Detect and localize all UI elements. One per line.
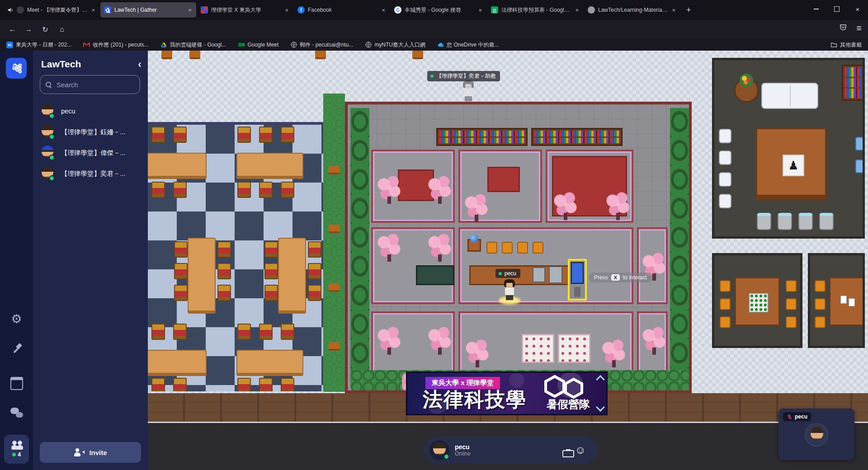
self-name: pecu	[455, 444, 471, 451]
tab-close-icon[interactable]: ×	[574, 7, 580, 14]
bookmark-label: 東吳大學 - 日曆 - 202...	[16, 41, 71, 49]
window-maximize-button[interactable]	[826, 0, 847, 18]
table	[829, 277, 865, 326]
other-bookmarks-button[interactable]: 其他書籤	[830, 41, 862, 49]
bookmark-ntu-mail[interactable]: 郵件 - pecutsai@ntu...	[290, 41, 353, 49]
tab-audio-icon[interactable]	[7, 7, 14, 13]
back-button[interactable]: ←	[5, 23, 19, 36]
cherry-blossom-tree	[376, 175, 403, 202]
tab-meet[interactable]: Meet - 【理律夏令營】線上會... ×	[4, 2, 99, 18]
participant-row[interactable]: 【理律學堂】奕君－...	[40, 164, 126, 183]
menu-icon[interactable]: ≡	[856, 23, 862, 33]
flower-vase	[740, 74, 753, 87]
google-calendar-icon: 31	[6, 42, 13, 48]
sofa	[761, 83, 818, 109]
scroll-up-icon[interactable]	[596, 375, 605, 384]
calendar-icon	[10, 377, 23, 390]
tab-facebook[interactable]: f Facebook ×	[294, 2, 390, 18]
potted-plant	[329, 342, 340, 351]
tab-close-icon[interactable]: ×	[671, 7, 676, 14]
participant-name: 【理律學堂】奕君－...	[61, 169, 126, 178]
x-key-badge: X	[611, 274, 620, 281]
participant-row[interactable]: 【理律學堂】偉傑－...	[40, 144, 126, 162]
search-box[interactable]	[40, 75, 140, 94]
participant-row[interactable]: 【理律學堂】鈺姍－...	[40, 123, 126, 141]
checkers-board[interactable]	[749, 293, 769, 313]
window-close-button[interactable]: ×	[847, 0, 868, 18]
search-input[interactable]	[56, 80, 130, 89]
build-button[interactable]	[0, 343, 33, 355]
camp-banner[interactable]: 東吳大學 x 理律學堂 法律科技學 暑假營隊	[406, 371, 608, 415]
bookmark-gmail[interactable]: 收件匣 (201) - pecuts...	[83, 41, 148, 49]
cherry-blossom-tree	[376, 233, 403, 260]
cherry-blossom-tree	[604, 191, 632, 218]
reload-button[interactable]: ↻	[38, 23, 52, 36]
self-avatar[interactable]	[429, 440, 449, 460]
chair	[533, 242, 543, 254]
self-video-tile[interactable]: pecu	[778, 409, 854, 460]
room	[546, 150, 633, 223]
player-nameplate: pecu	[495, 269, 520, 278]
chair	[217, 241, 231, 258]
floral-rug	[558, 334, 590, 363]
tab-google-search[interactable]: G 丰城秀景 - Google 搜尋 ×	[391, 2, 486, 18]
tab-lawtech-gather[interactable]: LawTech | Gather ×	[100, 2, 196, 18]
settings-button[interactable]: ⚙	[0, 312, 33, 326]
online-dot	[12, 453, 16, 456]
bookmark-myntu[interactable]: myNTU臺大人入口網	[365, 41, 425, 49]
participant-row[interactable]: pecu	[40, 102, 75, 120]
github-favicon	[588, 6, 595, 14]
bookmarks-bar: 31東吳大學 - 日曆 - 202... 收件匣 (201) - pecuts.…	[0, 39, 868, 51]
tab-close-icon[interactable]: ×	[187, 7, 193, 14]
online-dot	[430, 75, 434, 78]
bookmark-onedrive[interactable]: 您 OneDrive 中的最...	[437, 41, 499, 49]
table	[148, 153, 207, 179]
playing-card	[849, 298, 855, 306]
tab-close-icon[interactable]: ×	[477, 7, 483, 14]
tab-google-sheets[interactable]: 法律科技學預算表 - Google 試... ×	[487, 2, 583, 18]
gather-logo[interactable]	[6, 58, 27, 79]
home-button[interactable]: ⌂	[55, 23, 69, 36]
tree-column	[670, 108, 689, 388]
chair	[308, 241, 321, 258]
scroll-down-icon[interactable]	[596, 403, 605, 412]
conference-table: ♟	[756, 128, 826, 200]
emote-button[interactable]: ☺	[575, 445, 586, 455]
highlighted-computer[interactable]	[568, 259, 587, 301]
chair	[786, 316, 797, 328]
room	[371, 150, 455, 223]
tab-github[interactable]: LawTech/Learning-Materials a... ×	[584, 2, 680, 18]
tab-lilee-soochow[interactable]: 理律學堂 X 東吳大學 ×	[197, 2, 293, 18]
tab-close-icon[interactable]: ×	[381, 7, 386, 14]
chair	[855, 160, 864, 173]
chair	[173, 378, 187, 391]
sheets-favicon	[491, 6, 498, 14]
blackboard[interactable]	[416, 265, 454, 285]
pocket-icon[interactable]	[839, 24, 847, 33]
tab-close-icon[interactable]: ×	[284, 7, 289, 14]
potted-plant	[329, 283, 340, 292]
bookmark-drive[interactable]: 我的雲端硬碟 - Googl...	[160, 41, 226, 49]
bookmark-calendar[interactable]: 31東吳大學 - 日曆 - 202...	[6, 41, 71, 49]
gather-map-canvas[interactable]: ♟	[148, 51, 868, 470]
chair	[281, 378, 294, 391]
participants-button[interactable]: 4	[4, 435, 29, 464]
forward-button[interactable]: →	[22, 23, 35, 36]
new-tab-button[interactable]: +	[681, 4, 697, 17]
potted-plant	[161, 51, 172, 59]
player-avatar-sprite[interactable]	[502, 279, 517, 303]
facebook-favicon: f	[297, 6, 305, 14]
bookmark-meet[interactable]: Google Meet	[238, 42, 278, 48]
calendar-button[interactable]	[0, 377, 33, 390]
chair	[281, 182, 294, 198]
mic-muted-icon	[787, 414, 793, 420]
chat-button[interactable]	[0, 408, 33, 418]
window-minimize-button[interactable]	[806, 0, 826, 18]
seminar-room	[458, 227, 633, 304]
banner-title: 法律科技學	[423, 386, 527, 413]
tab-close-icon[interactable]: ×	[90, 7, 96, 14]
cherry-blossom-tree	[426, 326, 453, 353]
invite-button[interactable]: Invite	[40, 442, 141, 463]
computer-kiosk[interactable]	[549, 266, 562, 283]
collapse-panel-button[interactable]: ‹	[138, 58, 142, 70]
